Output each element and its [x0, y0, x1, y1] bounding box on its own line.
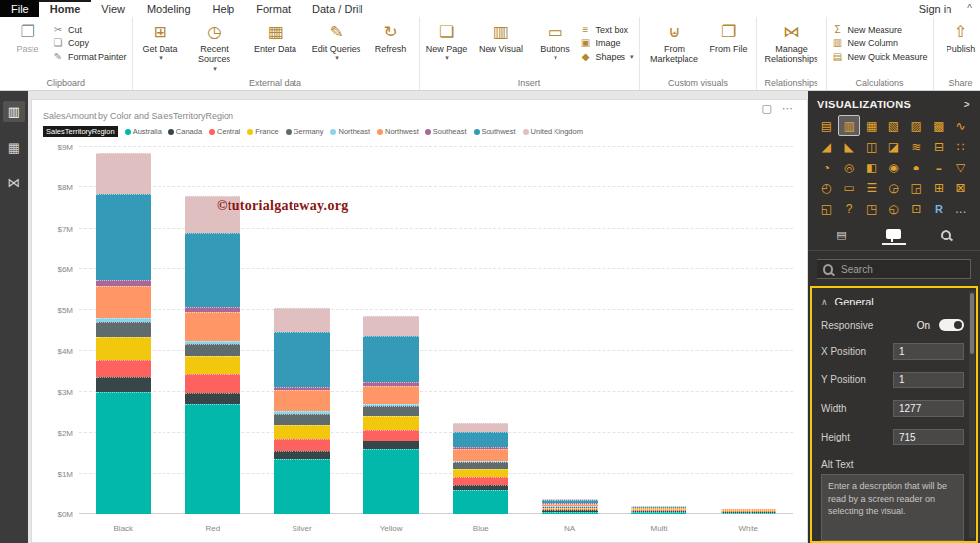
tab-file[interactable]: File [0, 0, 39, 17]
bar-segment[interactable] [363, 441, 419, 448]
cut-button[interactable]: ✂Cut [52, 24, 127, 34]
fields-tab[interactable]: ▤ [831, 227, 851, 245]
width-input[interactable] [893, 400, 964, 417]
bar-segment[interactable] [96, 194, 151, 280]
new-visual-button[interactable]: ▥New Visual [472, 19, 531, 77]
powerapps-visual-icon[interactable]: ◵ [883, 199, 904, 218]
search-input[interactable] [839, 263, 964, 276]
bar-segment[interactable] [363, 316, 419, 336]
area-chart-icon[interactable]: ◢ [817, 137, 837, 156]
model-view-button[interactable]: ⋈ [3, 171, 25, 193]
tab-help[interactable]: Help [202, 0, 246, 17]
bar-segment[interactable] [453, 469, 508, 477]
legend-item[interactable]: United Kingdom [523, 127, 583, 136]
tab-home[interactable]: Home [39, 0, 92, 17]
shape-map-icon[interactable]: ◒ [929, 158, 949, 176]
tab-format[interactable]: Format [245, 0, 301, 17]
bar-segment[interactable] [96, 153, 151, 193]
100-stacked-bar-chart-icon[interactable]: ▨ [906, 116, 927, 135]
publish-button[interactable]: ⇧Publish [939, 19, 980, 77]
refresh-button[interactable]: ↻Refresh [368, 19, 414, 77]
edit-queries-button[interactable]: ✎Edit Queries▾ [307, 19, 366, 77]
general-section-header[interactable]: ∧ General [812, 288, 976, 313]
tab-data-drill[interactable]: Data / Drill [301, 0, 373, 17]
bar-segment[interactable] [363, 449, 419, 514]
bar-segment[interactable] [274, 439, 329, 450]
100-stacked-column-chart-icon[interactable]: ▩ [929, 116, 949, 135]
line-and-clustered-column-chart-icon[interactable]: ◪ [883, 137, 904, 156]
bar-segment[interactable] [363, 430, 419, 441]
bar-segment[interactable] [363, 406, 419, 416]
legend-item[interactable]: Southwest [474, 127, 516, 136]
clustered-column-chart-icon[interactable]: ▧ [883, 116, 904, 135]
bar-segment[interactable] [185, 312, 240, 340]
bar-segment[interactable] [96, 286, 151, 318]
x-position-input[interactable] [893, 343, 964, 360]
from-file-button[interactable]: ❐From File [706, 19, 751, 77]
bar-segment[interactable] [363, 336, 419, 383]
bar-segment[interactable] [185, 404, 240, 514]
legend-item[interactable]: Germany [286, 127, 324, 136]
map-icon[interactable]: ◉ [883, 158, 904, 176]
bar-segment[interactable] [185, 374, 240, 393]
stacked-column-chart-icon[interactable]: ▥ [839, 116, 860, 135]
ribbon-chart-icon[interactable]: ≋ [906, 137, 927, 156]
bar-segment[interactable] [274, 308, 329, 332]
stacked-bar[interactable] [96, 147, 151, 514]
matrix-icon[interactable]: ⊠ [950, 178, 971, 197]
new-measure-button[interactable]: ΣNew Measure [832, 24, 928, 34]
shapes-button[interactable]: ◆Shapes▾ [580, 51, 634, 62]
bar-segment[interactable] [453, 449, 508, 461]
multi-row-card-icon[interactable]: ☰ [861, 178, 882, 197]
funnel-chart-icon[interactable]: ▽ [950, 158, 971, 176]
scrollbar-thumb[interactable] [970, 293, 974, 354]
paginated-report-icon[interactable]: ⊡ [906, 199, 927, 218]
tab-view[interactable]: View [91, 0, 136, 17]
scatter-chart-icon[interactable]: ∷ [950, 137, 971, 156]
more-visuals-icon[interactable]: … [950, 199, 971, 218]
legend-item[interactable]: France [247, 127, 278, 136]
table-icon[interactable]: ⊞ [929, 178, 949, 197]
bar-segment[interactable] [453, 423, 508, 432]
report-view-button[interactable]: ▥ [3, 101, 25, 122]
legend-item[interactable]: Northwest [377, 127, 419, 136]
line-and-stacked-column-chart-icon[interactable]: ◫ [861, 137, 882, 156]
stacked-bar[interactable] [363, 147, 419, 514]
collapse-ribbon-icon[interactable]: ^ [967, 3, 972, 14]
stacked-bar[interactable] [453, 147, 508, 514]
stacked-bar-chart-icon[interactable]: ▤ [817, 116, 837, 135]
copy-button[interactable]: ❏Copy [52, 37, 127, 48]
bar-segment[interactable] [363, 416, 419, 430]
analytics-tab[interactable] [936, 227, 956, 245]
image-button[interactable]: ▣Image [580, 37, 634, 48]
stacked-bar[interactable] [631, 147, 686, 514]
gauge-chart-icon[interactable]: ◴ [817, 178, 837, 197]
data-view-button[interactable]: ▦ [3, 136, 25, 158]
bar-segment[interactable] [274, 332, 329, 387]
legend-title[interactable]: SalesTerritoryRegion [43, 126, 118, 137]
legend-item[interactable]: Australia [125, 127, 162, 136]
pane-scrollbar[interactable] [969, 291, 975, 538]
new-quick-measure-button[interactable]: ▤New Quick Measure [832, 51, 928, 62]
focus-mode-icon[interactable]: ▢ [762, 102, 772, 115]
bar-segment[interactable] [96, 377, 151, 392]
stacked-bar[interactable] [542, 147, 597, 514]
filled-map-icon[interactable]: ● [906, 158, 927, 176]
format-painter-button[interactable]: ✎Format Painter [52, 51, 127, 62]
bar-segment[interactable] [274, 459, 329, 514]
card-icon[interactable]: ▭ [839, 178, 860, 197]
stacked-bar[interactable] [721, 147, 776, 514]
r-script-visual-icon[interactable]: R [929, 199, 949, 218]
bar-segment[interactable] [453, 477, 508, 485]
bar-segment[interactable] [185, 344, 240, 356]
kpi-icon[interactable]: ◶ [883, 178, 904, 197]
python-visual-icon[interactable]: ◱ [817, 199, 837, 218]
paste-button[interactable]: ❐Paste [5, 19, 50, 77]
clustered-bar-chart-icon[interactable]: ▦ [861, 116, 882, 135]
line-chart-icon[interactable]: ∿ [950, 116, 971, 135]
bar-segment[interactable] [185, 356, 240, 374]
bar-segment[interactable] [453, 490, 508, 514]
more-options-icon[interactable]: ⋯ [782, 102, 793, 115]
waterfall-chart-icon[interactable]: ⊟ [929, 137, 949, 156]
bar-segment[interactable] [363, 386, 419, 405]
